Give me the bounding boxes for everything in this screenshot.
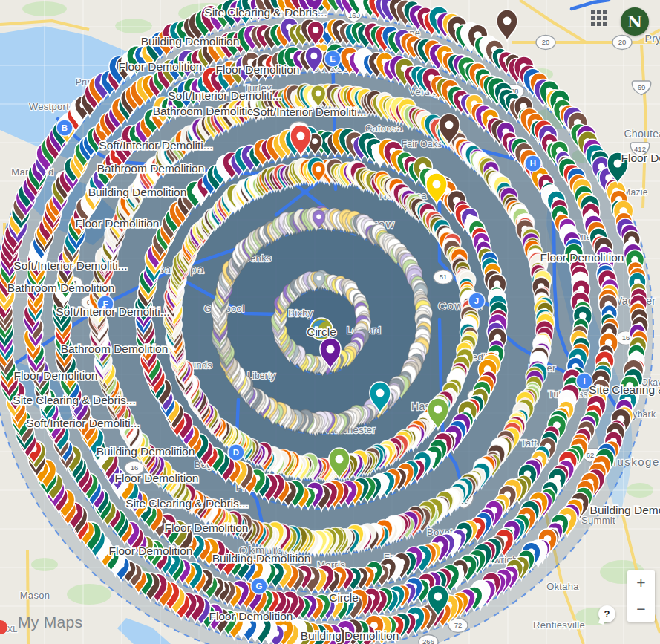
route-shield: 266 [419,635,438,644]
marker-label: Bathroom Demolition [61,342,169,355]
route-shield: 51 [434,270,453,284]
marker-label: Floor Demolition [14,369,98,382]
svg-text:D: D [233,448,239,457]
waypoint-marker-g[interactable]: G [251,578,267,594]
marker-label: Floor Demolition [76,217,160,230]
marker-label: Circle [329,591,359,604]
google-apps-icon[interactable] [591,10,608,27]
svg-text:E: E [330,54,336,63]
marker-label: Building Demolition [88,186,187,198]
town-label: Bixby [288,308,313,319]
marker-label: Bathroom Demolition [153,105,261,117]
marker-label: Floor Demolition [115,472,199,484]
marker-label: Building Demolition [301,629,399,642]
marker-label: Bathroom Demolition [7,282,115,294]
marker-label: Bathroom Demolition [97,162,205,175]
my-maps-logo[interactable]: My Maps [18,614,82,631]
marker-label: Floor Demolition [165,521,249,534]
svg-text:266: 266 [422,637,434,644]
marker-label: Soft/Interior Demoliti... [56,305,169,318]
marker-label: Floor Demolition [109,544,193,557]
svg-text:H: H [530,159,536,168]
town-label: Westport [29,101,69,112]
svg-text:B: B [62,123,68,132]
waypoint-marker-j[interactable]: J [468,293,485,309]
town-label: Taft [520,438,537,449]
marker-label: Site Clearing & Debris... [204,6,327,19]
svg-text:62: 62 [587,451,595,459]
zoom-in-button[interactable]: + [627,570,655,596]
help-button[interactable]: ? [598,605,615,622]
marker-label: Building Demolition [212,552,311,565]
route-shield: 20 [536,36,555,50]
waypoint-marker-d[interactable]: D [228,444,244,461]
marker-label: Site Clearing & [589,383,660,396]
svg-text:20: 20 [542,38,550,46]
marker-label: Floor Demolition [119,60,203,73]
marker-label: Building Demo [590,504,660,516]
svg-text:G: G [256,582,263,591]
marker-label: Building Demolition [97,445,195,458]
marker-label: Floor Demolition [621,152,660,164]
svg-text:I: I [583,377,585,386]
marker-label: Building Demolition [141,35,240,48]
waypoint-marker-h[interactable]: H [525,155,541,172]
zoom-control: + − [627,570,655,622]
zoom-out-button[interactable]: − [627,596,655,622]
my-maps-viewport: WestportPrueMannfordSapulpaTurleyOwassoL… [0,0,660,644]
park-area [115,19,152,33]
marker-label: Site Clearing & Debris... [13,394,135,406]
svg-text:J: J [474,296,479,305]
town-label: Chouteau [624,128,660,140]
marker-label: Soft/Interior Demoliti... [168,89,281,102]
waypoint-marker-e[interactable]: E [324,51,341,67]
marker-label: Floor Demolition [216,63,300,76]
map-canvas[interactable]: WestportPrueMannfordSapulpaTurleyOwassoL… [0,0,660,644]
route-shield: 20 [612,36,632,50]
town-label: Catoosa [365,123,403,134]
town-label: Oktaha [546,581,579,592]
waypoint-marker-b[interactable]: B [56,120,73,136]
svg-text:51: 51 [440,273,448,281]
town-label: Mason [20,590,50,601]
town-label: Summit [581,515,615,526]
svg-text:20: 20 [618,38,627,46]
svg-text:69: 69 [638,83,646,91]
marker-label: Soft/Interior Demoliti... [99,139,212,152]
town-label: Pryor [645,33,660,45]
account-avatar[interactable]: N [621,7,649,36]
marker-label: Soft/Interior Demoliti... [26,417,140,429]
marker-label: Site Clearing & Debris... [125,497,248,510]
svg-text:16: 16 [622,334,630,342]
marker-label: Floor Demolition [209,610,293,622]
svg-text:16: 16 [131,464,139,472]
town-label: Fair Oaks [402,139,442,149]
marker-label: Soft/Interior Demoliti... [252,105,366,118]
marker-label: Circle [307,325,336,338]
marker-label: Soft/Interior Demoliti... [13,259,127,272]
svg-text:72: 72 [454,621,463,629]
marker-label: Floor Demolition [540,251,624,264]
park-area [67,584,111,605]
town-label: Rentiesville [533,619,585,631]
